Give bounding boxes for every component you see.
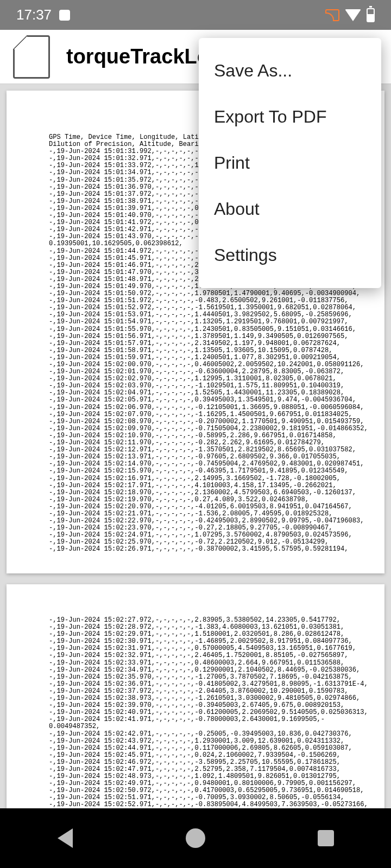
status-bar: 17:37: [0, 0, 391, 30]
page-2: -,19-Jun-2024 15:02:27.972,-,-,-,-,-,2.8…: [7, 584, 384, 808]
menu-export-to-pdf[interactable]: Export To PDF: [199, 94, 381, 140]
nav-recent-button[interactable]: [310, 822, 342, 854]
menu-save-as[interactable]: Save As...: [199, 48, 381, 94]
nav-home-button[interactable]: [179, 822, 212, 854]
nav-back-button[interactable]: [49, 822, 81, 854]
notch-indicator: [59, 10, 70, 21]
document-icon[interactable]: [13, 35, 50, 79]
status-clock: 17:37: [16, 7, 52, 23]
home-icon: [186, 828, 205, 848]
menu-settings[interactable]: Settings: [199, 232, 381, 278]
page-2-text: -,19-Jun-2024 15:02:27.972,-,-,-,-,-,2.8…: [49, 617, 384, 808]
cast-icon: [325, 9, 339, 21]
android-navbar: [0, 808, 391, 868]
menu-about[interactable]: About: [199, 186, 381, 232]
overflow-menu: Save As... Export To PDF Print About Set…: [199, 38, 381, 288]
recent-icon: [318, 830, 334, 846]
menu-print[interactable]: Print: [199, 140, 381, 186]
back-icon: [58, 828, 73, 848]
battery-icon: [367, 8, 375, 22]
wifi-icon: [345, 9, 361, 21]
